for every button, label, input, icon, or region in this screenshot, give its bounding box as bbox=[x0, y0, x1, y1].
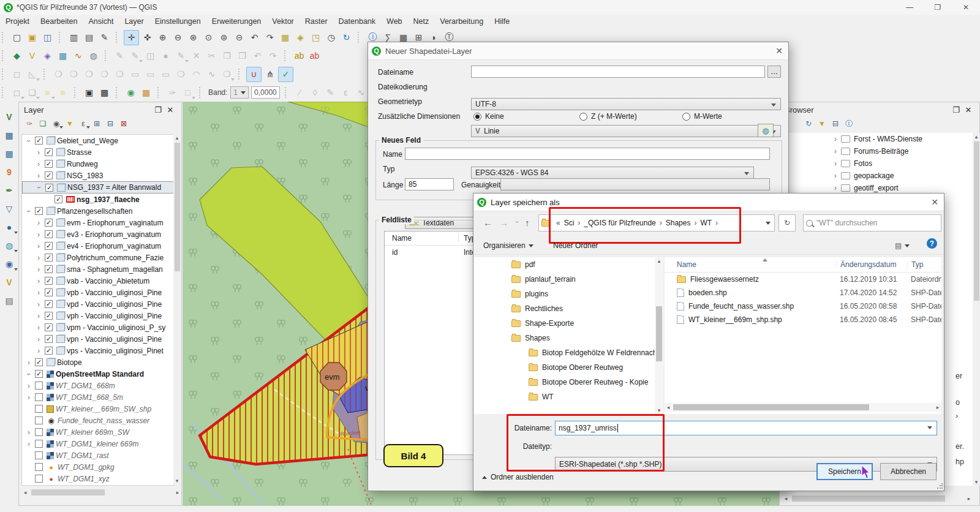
breadcrumb-dropdown-icon[interactable] bbox=[766, 222, 771, 225]
current-edits-icon[interactable]: ✎ bbox=[113, 49, 127, 63]
raster-select-icon[interactable]: ▩ bbox=[97, 86, 111, 100]
highlight-pin-icon[interactable]: ■ bbox=[56, 86, 70, 100]
checkbox-unchecked[interactable] bbox=[35, 393, 43, 401]
layer-tree-hscrollbar[interactable]: ◂ ▸ bbox=[21, 488, 181, 497]
expander-icon[interactable]: › bbox=[34, 300, 43, 309]
expander-icon[interactable]: › bbox=[831, 171, 840, 180]
expander-icon[interactable]: › bbox=[34, 230, 43, 239]
hide-folders-toggle[interactable]: Ordner ausblenden bbox=[482, 470, 554, 484]
expander-icon[interactable]: › bbox=[24, 428, 33, 437]
close-icon[interactable]: ✕ bbox=[770, 46, 788, 56]
expander-icon[interactable]: › bbox=[34, 277, 43, 285]
folder-item-shape-exporte[interactable]: Shape-Exporte bbox=[473, 316, 655, 331]
layer-item-wt-kleiner-669m-sw[interactable]: ›WT_kleiner 669m_SW bbox=[22, 426, 174, 438]
layer-item-wt-dgm1-668m[interactable]: ›WT_DGM1_668m bbox=[22, 380, 174, 391]
profile-wave-icon[interactable]: ∿ bbox=[354, 86, 368, 100]
eraser-icon[interactable]: ◊ bbox=[308, 86, 322, 100]
dims-radio-z[interactable]: Z (+ M-Werte) bbox=[579, 110, 637, 123]
filter-browser-icon[interactable]: ▼ bbox=[815, 118, 829, 130]
browser-item-forst-wms-dienste[interactable]: ›Forst - WMS-Dienste bbox=[782, 133, 973, 145]
band-select[interactable]: 1 bbox=[230, 86, 249, 99]
draw-line-icon[interactable]: ∕ bbox=[293, 86, 307, 100]
breadcrumb-segment-shapes[interactable]: Shapes bbox=[663, 219, 693, 227]
expander-icon[interactable]: › bbox=[831, 147, 840, 156]
resize-grip[interactable] bbox=[937, 483, 943, 489]
geometry-type-select[interactable]: V Linie bbox=[471, 125, 781, 137]
save-filename-input[interactable]: nsg_1937_umriss bbox=[555, 421, 937, 435]
checkbox-checked[interactable]: ✓ bbox=[45, 323, 53, 331]
bookmarks-icon[interactable]: ◳ bbox=[309, 31, 323, 45]
layer-item-vpm-vaccinio-uliginosi-p-sy[interactable]: ›✓vpm - Vaccinio_uliginosi_P_sy bbox=[22, 322, 174, 333]
checkbox-checked[interactable]: ✓ bbox=[55, 195, 62, 203]
folder-tree-scrollbar[interactable]: ▴ ▾ bbox=[655, 257, 663, 414]
select-by-value-icon[interactable]: ❏ bbox=[25, 86, 39, 100]
expander-icon[interactable]: › bbox=[24, 393, 33, 402]
expander-icon[interactable]: › bbox=[34, 265, 43, 274]
breadcrumb-segment-wt[interactable]: WT bbox=[698, 219, 714, 227]
zoom-last-icon[interactable]: ↶ bbox=[247, 31, 262, 45]
file-row-funde-feucht-nass-wasser-shp[interactable]: Funde_feucht_nass_wasser.shp16.05.2020 0… bbox=[665, 299, 941, 313]
expand-all-icon[interactable]: ⊞ bbox=[90, 118, 104, 130]
zoom-native-icon[interactable]: ⊝ bbox=[232, 31, 246, 45]
nav-up-icon[interactable]: ↑ bbox=[525, 217, 530, 228]
checkbox-checked[interactable]: ✓ bbox=[45, 184, 53, 192]
new-3d-map-view-icon[interactable]: ◈ bbox=[293, 31, 307, 45]
menu-projekt[interactable]: Projekt bbox=[0, 17, 35, 26]
add-spreadsheet-layer-icon[interactable]: ▤ bbox=[2, 293, 17, 309]
digitize-rectangle-2p-icon[interactable]: ▭ bbox=[128, 67, 142, 81]
browser-vscrollbar[interactable]: ▴ ▾ bbox=[973, 133, 980, 486]
toolbar-handle[interactable] bbox=[2, 69, 6, 80]
dims-radio-keine[interactable]: Keine bbox=[473, 110, 504, 123]
style-manager-icon[interactable]: ✎ bbox=[97, 31, 111, 45]
check-geometry-icon[interactable]: ✓ bbox=[278, 67, 293, 82]
layer-item-wt-dgm1-668-5m[interactable]: ›WT_DGM1_668_5m bbox=[22, 391, 174, 403]
checkbox-checked[interactable]: ✓ bbox=[45, 265, 53, 273]
expander-icon[interactable]: › bbox=[34, 219, 43, 227]
layer-item-funde-feucht-nass-wasser[interactable]: ◉Funde_feucht_nass_wasser bbox=[22, 415, 174, 426]
close-icon[interactable]: ✕ bbox=[925, 197, 944, 207]
expander-icon[interactable]: › bbox=[831, 159, 840, 168]
digitize-rectangle-center-icon[interactable]: ▭ bbox=[159, 67, 173, 81]
toolbar-handle[interactable] bbox=[2, 32, 6, 43]
select-by-area-icon[interactable]: ◻ bbox=[10, 67, 24, 81]
digitize-circle-2p-icon[interactable]: ❍ bbox=[51, 67, 66, 81]
layer-item-wt-dgm1-gpkg[interactable]: ●WT_DGM1_gpkg bbox=[22, 461, 174, 473]
add-wms-layer-icon[interactable]: ◍ bbox=[2, 238, 17, 254]
new-shapefile-layer-icon[interactable]: V bbox=[25, 49, 39, 63]
float-panel-icon[interactable]: ❐ bbox=[152, 105, 164, 115]
menu-layer[interactable]: Layer bbox=[119, 17, 149, 26]
expander-icon[interactable]: › bbox=[24, 137, 33, 145]
zoom-out-icon[interactable]: ⊖ bbox=[171, 31, 185, 45]
digitize-ellipse-extent-icon[interactable]: ❍ bbox=[113, 67, 127, 81]
layer-item-pflanzengesellschaften[interactable]: ›✓Pflanzengesellschaften bbox=[22, 205, 174, 217]
checkbox-unchecked[interactable] bbox=[35, 382, 43, 390]
nav-back-icon[interactable]: ← bbox=[483, 217, 492, 228]
layer-item-wt-kleiner-669m-sw-shp[interactable]: WT_kleiner__669m_SW_shp bbox=[22, 403, 174, 415]
zoom-in-icon[interactable]: ⊕ bbox=[156, 31, 170, 45]
browser-hscrollbar[interactable]: ◂ ▸ bbox=[782, 494, 973, 503]
minimize-button[interactable]: — bbox=[895, 0, 924, 15]
refresh-icon[interactable]: ↻ bbox=[339, 31, 353, 45]
remove-layer-icon[interactable]: ⊠ bbox=[117, 118, 130, 130]
add-postgis-layer-icon[interactable]: ● bbox=[2, 219, 17, 235]
new-spatialite-layer-icon[interactable]: ◈ bbox=[40, 49, 55, 63]
layer-item-wt-dgm1-kleiner-669m[interactable]: ›WT_DGM1_kleiner 669m bbox=[22, 438, 174, 450]
expander-icon[interactable]: › bbox=[831, 184, 840, 192]
menu-vektor[interactable]: Vektor bbox=[266, 17, 299, 26]
expander-icon[interactable]: › bbox=[34, 171, 43, 180]
checkbox-checked[interactable]: ✓ bbox=[45, 254, 53, 262]
filter-legend-icon[interactable]: ▼ bbox=[63, 118, 77, 130]
layer-labeling-icon[interactable]: ab bbox=[292, 49, 306, 63]
digitize-regular-polygon-icon[interactable]: ❍ bbox=[174, 67, 188, 81]
expander-icon[interactable]: › bbox=[24, 207, 33, 216]
digitize-circle-center-icon[interactable]: ❍ bbox=[82, 67, 96, 81]
field-name-input[interactable] bbox=[405, 148, 770, 160]
delete-selected-icon[interactable]: ✕ bbox=[189, 49, 203, 63]
datasource-manager-icon[interactable]: V bbox=[2, 109, 17, 125]
toolbar-handle[interactable] bbox=[116, 87, 119, 98]
menu-ansicht[interactable]: Ansicht bbox=[83, 17, 119, 26]
file-col-name[interactable]: Name bbox=[665, 260, 836, 269]
pin-labels-icon[interactable]: ab bbox=[307, 49, 322, 63]
checkbox-checked[interactable]: ✓ bbox=[35, 137, 43, 145]
layer-tree-vscrollbar[interactable]: ▴ ▾ bbox=[173, 134, 181, 484]
